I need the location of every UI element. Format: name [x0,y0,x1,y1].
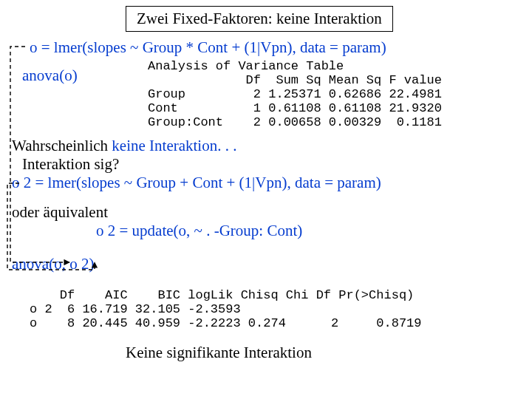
prob-line: Wahrscheinlich keine Interaktion. . . [12,137,236,155]
page-title: Zwei Fixed-Faktoren: keine Interaktion [126,6,393,32]
code-o: o = lmer(slopes ~ Group * Cont + (1|Vpn)… [30,38,386,57]
footer-conclusion: Keine signifikante Interaktion [126,344,312,362]
prob-word1: Wahrscheinlich [12,137,112,154]
anova-table: Analysis of Variance Table Df Sum Sq Mea… [148,59,442,129]
title-text: Zwei Fixed-Faktoren: keine Interaktion [137,10,382,27]
code-o2: o 2 = lmer(slopes ~ Group + Cont + (1|Vp… [12,174,381,192]
code-anova-o-o2: anova(o, o 2) [12,255,94,273]
code-anova-o: anova(o) [22,66,78,85]
equiv-label: oder äquivalent [12,203,108,222]
model-comparison-table: Df AIC BIC logLik Chisq Chi Df Pr(>Chisq… [30,288,422,330]
prob-word2: keine Interaktion. . . [112,137,236,154]
interaktion-sig: Interaktion sig? [22,155,119,174]
code-update: o 2 = update(o, ~ . -Group: Cont) [96,222,302,240]
